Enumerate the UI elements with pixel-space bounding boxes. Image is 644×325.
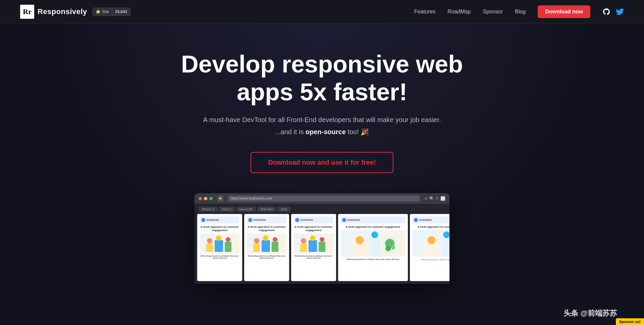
device-frame-2: freshworks A fresh approach to customer … xyxy=(244,214,289,281)
freshworks-logo-3: freshworks xyxy=(294,217,333,223)
device-content-3: freshworks A fresh approach to customer … xyxy=(291,214,336,281)
svg-rect-8 xyxy=(262,240,270,252)
hero-subtitle: A must-have DevTool for all Front-End de… xyxy=(203,116,441,124)
svg-rect-12 xyxy=(300,243,307,252)
device-content-2: freshworks A fresh approach to customer … xyxy=(244,214,289,281)
svg-rect-0 xyxy=(206,243,213,252)
svg-point-22 xyxy=(371,231,378,238)
hero-opensrc: ...and it is open-source too! 🎉 xyxy=(275,128,369,136)
nav-icons xyxy=(602,8,624,16)
nav-link-features[interactable]: Features xyxy=(414,9,435,14)
card-text-5: Refreshing business software that your t… xyxy=(413,258,449,261)
card-heading-4: A fresh approach to customer engagement xyxy=(341,225,405,229)
svg-point-15 xyxy=(310,235,315,241)
star-badge-left: ⭐ Star xyxy=(93,8,112,15)
nav-item-blog[interactable]: Blog xyxy=(515,9,526,15)
device-frame-1: freshworks A fresh approach to customer … xyxy=(197,214,242,281)
svg-point-24 xyxy=(385,246,391,251)
nav-item-features[interactable]: Features xyxy=(414,9,435,15)
svg-point-9 xyxy=(263,235,268,241)
nav-item-sponsor[interactable]: Sponsor xyxy=(483,9,503,15)
titlebar-dot-yellow xyxy=(204,197,207,200)
device-content-1: freshworks A fresh approach to customer … xyxy=(197,214,242,281)
svg-point-20 xyxy=(356,236,364,244)
nav-link-sponsor[interactable]: Sponsor xyxy=(483,9,503,14)
svg-rect-10 xyxy=(272,242,278,252)
svg-point-7 xyxy=(254,238,259,243)
screenshot-window: R https://www.freshworks.com ⚙ 🔍 ↻ ⬜ iPh… xyxy=(195,193,449,284)
nav-link-roadmap[interactable]: RoadMap xyxy=(447,9,471,14)
card-heading-5: A fresh approach to customer engagement xyxy=(413,225,449,229)
star-badge[interactable]: ⭐ Star 15,641 xyxy=(93,8,130,16)
svg-rect-14 xyxy=(309,240,317,252)
hero-section: Develop responsive web apps 5x faster! A… xyxy=(0,23,644,297)
device-tab-ipadmini[interactable]: iPad Mini xyxy=(257,207,276,212)
opensrc-suffix: too! 🎉 xyxy=(346,128,369,136)
card-image-4 xyxy=(341,230,405,257)
card-heading-1: A fresh approach to customer engagement xyxy=(200,225,239,232)
device-tab-pixel[interactable]: Pixel 2 xyxy=(219,207,235,212)
card-footer-3: Refreshing business software that your t… xyxy=(294,255,333,259)
card-heading-2: A fresh approach to customer engagement xyxy=(247,225,286,232)
card-heading-3: A fresh approach to customer engagement xyxy=(294,225,333,232)
device-tab-nexus[interactable]: Nexus 6P xyxy=(236,207,256,212)
device-frame-4: freshworks A fresh approach to customer … xyxy=(338,214,408,281)
device-tab-ipad[interactable]: iPad xyxy=(278,207,290,212)
titlebar-dot-red xyxy=(199,197,202,200)
card-footer-4: Refreshing business software that your t… xyxy=(341,258,405,260)
nav-links: Features RoadMap Sponsor Blog xyxy=(414,9,526,15)
sponsor-badge[interactable]: Sponsor us! xyxy=(616,318,644,325)
device-frame-3: freshworks A fresh approach to customer … xyxy=(291,214,336,281)
card-image-1 xyxy=(200,233,239,254)
nav-item-roadmap[interactable]: RoadMap xyxy=(447,9,471,15)
download-nav-button[interactable]: Download now xyxy=(538,5,590,18)
svg-point-3 xyxy=(216,235,221,241)
svg-rect-4 xyxy=(225,242,231,252)
svg-rect-19 xyxy=(353,247,366,255)
device-frame-5: freshworks A fresh approach to customer … xyxy=(410,214,449,281)
star-label: Star xyxy=(102,9,109,14)
card-footer-2: Refreshing business software that your t… xyxy=(247,255,286,259)
card-image-3 xyxy=(294,233,333,254)
svg-rect-29 xyxy=(441,237,449,255)
download-hero-button[interactable]: Download now and use it for free! xyxy=(251,152,393,173)
logo-box: Rr Responsively xyxy=(20,5,87,19)
opensrc-prefix: ...and it is xyxy=(275,128,306,136)
screenshot-body: iPhone X Pixel 2 Nexus 6P iPad Mini iPad xyxy=(195,204,449,284)
devices-grid: freshworks A fresh approach to customer … xyxy=(197,214,447,281)
card-image-2 xyxy=(247,233,286,254)
address-bar: https://www.freshworks.com xyxy=(228,196,420,202)
nav-link-blog[interactable]: Blog xyxy=(515,9,526,14)
svg-point-17 xyxy=(320,237,324,242)
svg-rect-2 xyxy=(215,240,223,252)
github-icon[interactable] xyxy=(602,8,610,16)
svg-rect-6 xyxy=(253,243,260,252)
card-footer-1: Refreshing business software that your t… xyxy=(200,255,239,259)
svg-rect-16 xyxy=(319,242,325,252)
freshworks-logo-1: freshworks xyxy=(200,217,239,223)
svg-rect-27 xyxy=(425,247,438,255)
star-count: 15,641 xyxy=(112,8,130,15)
freshworks-logo-2: freshworks xyxy=(247,217,286,223)
card-image-5 xyxy=(413,230,449,257)
svg-point-13 xyxy=(301,238,306,243)
navbar-right: Features RoadMap Sponsor Blog Download n… xyxy=(414,5,624,18)
device-tabs-row: iPhone X Pixel 2 Nexus 6P iPad Mini iPad xyxy=(197,207,447,212)
device-content-4: freshworks A fresh approach to customer … xyxy=(338,214,408,281)
star-icon: ⭐ xyxy=(96,9,101,14)
svg-point-1 xyxy=(207,238,212,243)
twitter-icon[interactable] xyxy=(616,8,624,16)
device-content-5: freshworks A fresh approach to customer … xyxy=(410,214,449,281)
brand-name: Responsively xyxy=(38,7,87,16)
device-tab-iphone[interactable]: iPhone X xyxy=(199,207,218,212)
freshworks-logo-5: freshworks xyxy=(413,217,449,223)
navbar-left: Rr Responsively ⭐ Star 15,641 xyxy=(20,5,130,19)
svg-point-28 xyxy=(427,236,435,244)
opensrc-bold: open-source xyxy=(306,128,346,136)
freshworks-logo-4: freshworks xyxy=(341,217,405,223)
logo-icon: Rr xyxy=(20,5,34,19)
titlebar-dot-green xyxy=(209,197,213,200)
hero-title: Develop responsive web apps 5x faster! xyxy=(171,50,473,106)
screenshot-titlebar: R https://www.freshworks.com ⚙ 🔍 ↻ ⬜ xyxy=(195,193,449,204)
navbar: Rr Responsively ⭐ Star 15,641 Features R… xyxy=(0,0,644,23)
